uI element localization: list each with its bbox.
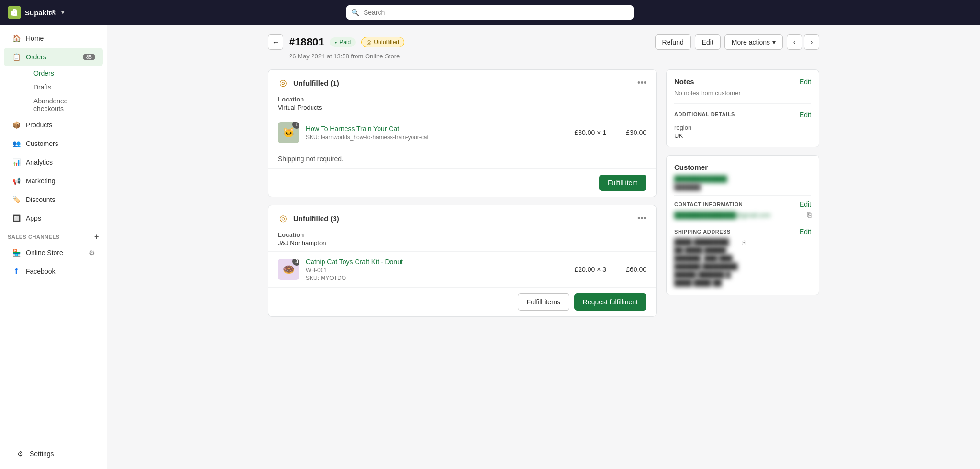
notes-edit-button[interactable]: Edit: [800, 78, 811, 86]
fulfillment-2-more-button[interactable]: •••: [637, 213, 646, 223]
shipping-address-row: ████ ████████ ██ ████ █████ ██████, ███ …: [674, 238, 811, 287]
shipping-address-content: ████ ████████ ██ ████ █████ ██████, ███ …: [674, 238, 738, 287]
address-line-2: ██ ████ █████: [674, 246, 738, 254]
sidebar-item-home[interactable]: 🏠 Home: [4, 29, 103, 47]
marketing-icon: 📢: [11, 176, 21, 186]
customer-name[interactable]: ████████████: [674, 175, 811, 182]
more-actions-button[interactable]: More actions ▾: [724, 34, 783, 50]
product-image-1: 🐱 1: [278, 122, 299, 143]
shipping-address-section: SHIPPING ADDRESS Edit ████ ████████ ██ █…: [674, 223, 811, 287]
refund-button[interactable]: Refund: [655, 34, 691, 50]
prev-order-button[interactable]: ‹: [787, 34, 802, 50]
sales-channels-label: SALES CHANNELS +: [0, 228, 107, 243]
next-order-button[interactable]: ›: [804, 34, 819, 50]
order-left-column: ◎ Unfulfilled (1) ••• Location Virtual P…: [268, 69, 657, 324]
notes-content: No notes from customer: [674, 89, 811, 97]
chevron-down-icon: ▾: [772, 38, 776, 46]
fulfill-item-button[interactable]: Fulfill item: [599, 175, 646, 191]
brand-name: Supakit®: [25, 9, 56, 17]
topbar: Supakit® ▼ 🔍: [0, 0, 980, 25]
order-actions: Refund Edit More actions ▾ ‹ ›: [655, 34, 819, 50]
customers-icon: 👥: [11, 139, 21, 148]
fulfillment-card-2-header: ◎ Unfulfilled (3) •••: [268, 205, 656, 229]
location-label-2: Location: [278, 231, 646, 238]
order-navigation: ‹ ›: [787, 34, 819, 50]
brand-logo[interactable]: Supakit® ▼: [8, 6, 103, 19]
search-container: 🔍: [346, 5, 634, 20]
location-label-1: Location: [278, 96, 646, 103]
copy-email-icon[interactable]: ⎘: [807, 211, 811, 219]
card-footer-1: Fulfill item: [268, 168, 656, 197]
contact-email: ██████████████@gmail.com: [674, 212, 803, 219]
sidebar-item-online-store[interactable]: 🏪 Online Store ⚙: [4, 244, 103, 262]
shipping-note-1: Shipping not required.: [268, 149, 656, 168]
sidebar-item-facebook[interactable]: f Facebook: [4, 262, 103, 280]
contact-row: ██████████████@gmail.com ⎘: [674, 211, 811, 219]
sidebar-item-marketing[interactable]: 📢 Marketing: [4, 172, 103, 190]
unfulfilled-status-icon-2: ◎: [278, 213, 289, 223]
edit-button[interactable]: Edit: [695, 34, 721, 50]
order-right-column: Notes Edit No notes from customer ADDITI…: [666, 69, 819, 324]
sidebar-item-customers[interactable]: 👥 Customers: [4, 134, 103, 153]
copy-address-icon[interactable]: ⎘: [742, 238, 746, 246]
contact-label: CONTACT INFORMATION: [674, 201, 743, 207]
fulfillment-1-more-button[interactable]: •••: [637, 78, 646, 88]
sidebar-item-analytics[interactable]: 📊 Analytics: [4, 153, 103, 171]
sidebar-item-label: Marketing: [26, 177, 55, 185]
sidebar-sub-item-abandoned[interactable]: Abandoned checkouts: [26, 94, 103, 115]
product-total-2: £60.00: [613, 266, 646, 273]
product-name-link-1[interactable]: How To Harness Train Your Cat: [306, 125, 399, 133]
product-name-link-2[interactable]: Catnip Cat Toys Craft Kit - Donut: [306, 258, 403, 266]
product-total-1: £30.00: [613, 129, 646, 136]
location-value-1: Virtual Products: [278, 104, 646, 111]
additional-details-edit-button[interactable]: Edit: [800, 111, 811, 119]
add-sales-channel-button[interactable]: +: [94, 233, 99, 241]
sidebar-sub-item-drafts[interactable]: Drafts: [26, 80, 103, 94]
unfulfilled-badge: ◎ Unfulfilled: [361, 37, 404, 47]
address-line-6: ████ ████ ██: [674, 279, 738, 286]
orders-submenu: Orders Drafts Abandoned checkouts: [0, 67, 107, 115]
back-button[interactable]: ←: [268, 34, 283, 50]
orders-icon: 📋: [11, 52, 21, 62]
product-row-2: 🍩 3 Catnip Cat Toys Craft Kit - Donut WH…: [268, 251, 656, 287]
shipping-edit-button[interactable]: Edit: [800, 228, 811, 235]
sidebar-item-label: Orders: [26, 53, 46, 61]
sidebar-item-products[interactable]: 📦 Products: [4, 116, 103, 134]
product-wh-2: WH-001: [306, 267, 568, 274]
product-price-2: £20.00 × 3: [574, 266, 606, 273]
additional-details-header: ADDITIONAL DETAILS Edit: [674, 110, 811, 120]
store-settings-icon[interactable]: ⚙: [89, 249, 95, 257]
store-icon: 🏪: [11, 248, 21, 257]
fulfill-items-button[interactable]: Fulfill items: [518, 293, 569, 311]
notes-card: Notes Edit No notes from customer ADDITI…: [666, 69, 819, 147]
sidebar-item-discounts[interactable]: 🏷️ Discounts: [4, 190, 103, 209]
sidebar-item-label: Customers: [26, 140, 58, 147]
apps-icon: 🔲: [11, 213, 21, 223]
main-content: ← #18801 Paid ◎ Unfulfilled Refund Edit …: [107, 25, 980, 469]
sidebar-item-orders[interactable]: 📋 Orders 85: [4, 48, 103, 66]
sidebar-item-label: Online Store: [26, 249, 63, 257]
detail-key: region: [674, 124, 811, 131]
notes-title: Notes: [674, 78, 694, 86]
product-sku-1: SKU: learnworlds_how-to-harness-train-yo…: [306, 134, 568, 141]
search-input[interactable]: [346, 5, 634, 20]
sidebar-item-apps[interactable]: 🔲 Apps: [4, 209, 103, 227]
customer-title: Customer: [674, 163, 708, 171]
request-fulfillment-button[interactable]: Request fulfillment: [574, 293, 646, 311]
sidebar-item-settings[interactable]: ⚙ Settings: [8, 445, 99, 463]
address-line-4: ██████ ████████: [674, 263, 738, 270]
fulfillment-2-title: Unfulfilled (3): [293, 214, 339, 223]
sidebar-item-label: Products: [26, 121, 52, 129]
card-footer-2: Fulfill items Request fulfillment: [268, 287, 656, 316]
sidebar-sub-item-orders[interactable]: Orders: [26, 67, 103, 80]
sidebar-item-label: Settings: [30, 450, 54, 458]
shipping-address-label: SHIPPING ADDRESS: [674, 229, 731, 234]
product-row-1: 🐱 1 How To Harness Train Your Cat SKU: l…: [268, 116, 656, 149]
order-meta: 26 May 2021 at 13:58 from Online Store: [289, 53, 819, 60]
brand-dropdown-icon[interactable]: ▼: [60, 9, 66, 16]
address-line-3: ██████, ███ ███: [674, 255, 738, 262]
sidebar-item-label: Facebook: [26, 268, 55, 275]
detail-value: UK: [674, 132, 811, 139]
contact-edit-button[interactable]: Edit: [800, 201, 811, 208]
product-info-1: How To Harness Train Your Cat SKU: learn…: [306, 124, 568, 141]
